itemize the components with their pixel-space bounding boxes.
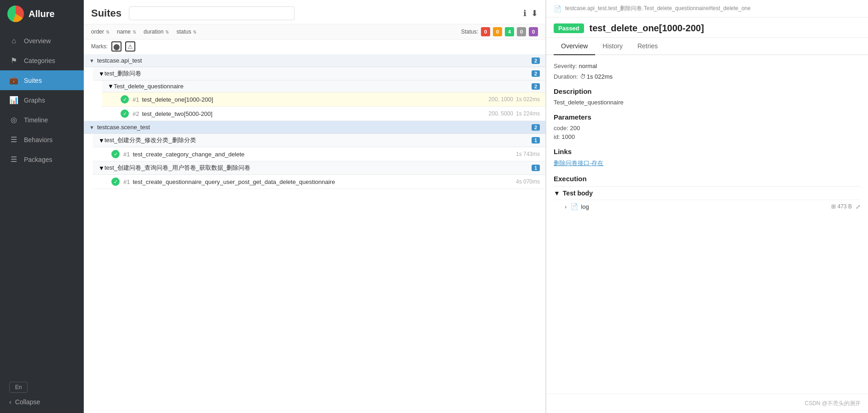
severity-value: normal [579, 63, 597, 69]
sidebar-item-timeline[interactable]: ◎ Timeline [0, 110, 84, 130]
suite-header-scene-test[interactable]: ▼ testcase.scene_test 2 [84, 121, 545, 134]
language-button[interactable]: En [9, 382, 28, 393]
toggle-icon: ▼ [108, 83, 114, 90]
suite-group-api-test: ▼ testcase.api_test 2 ▼ test_删除问卷 2 ▼ Te… [84, 54, 545, 121]
sidebar-footer: En ‹ Collapse [0, 374, 84, 413]
test-params: 200, 1000 [489, 96, 513, 103]
sub-suite-row-category[interactable]: ▼ test_创建分类_修改分类_删除分类 1 [93, 134, 545, 147]
duration-icon: ⏱ [580, 73, 586, 80]
test-duration: 1s 743ms [516, 151, 540, 157]
log-name: log [581, 203, 589, 210]
detail-title-row: Passed test_delete_one[1000-200] [546, 17, 868, 38]
home-icon: ⌂ [9, 37, 18, 45]
sidebar-item-categories[interactable]: ⚑ Categories [0, 51, 84, 70]
status-filter: Status: 0 0 4 0 0 [461, 27, 538, 36]
sidebar-item-suites[interactable]: 💼 Suites [0, 70, 84, 90]
link-item[interactable]: 删除问卷接口-存在 [554, 159, 861, 167]
sidebar-item-graphs[interactable]: 📊 Graphs [0, 90, 84, 110]
toggle-icon: ▼ [98, 70, 104, 77]
sort-name[interactable]: name ⇅ [117, 29, 136, 35]
detail-body: Severity: normal Duration: ⏱ 1s 022ms De… [546, 55, 868, 394]
tab-overview[interactable]: Overview [554, 38, 595, 55]
status-label: status [176, 29, 191, 35]
order-label: order [91, 29, 104, 35]
chevron-right-icon: › [565, 203, 567, 210]
severity-label: Severity: [554, 63, 577, 69]
broken-count[interactable]: 0 [493, 27, 502, 36]
status-sort-icon: ⇅ [193, 29, 197, 34]
pass-status-icon: ✓ [111, 150, 120, 158]
log-row[interactable]: › 📄 log ⊞ 473 B ⤢ [554, 200, 861, 213]
download-button[interactable]: ⬇ [531, 8, 538, 18]
parameters-title: Parameters [554, 113, 861, 121]
status-filter-label: Status: [461, 29, 478, 35]
test-number: #2 [133, 110, 139, 117]
mark-triangle-icon[interactable]: ⚠ [125, 41, 135, 52]
sidebar: Allure ⌂ Overview ⚑ Categories 💼 Suites … [0, 0, 84, 413]
breadcrumb-text: testcase.api_test.test_删除问卷.Test_delete_… [565, 5, 751, 12]
sidebar-item-label: Timeline [24, 116, 48, 124]
tab-retries[interactable]: Retries [630, 38, 665, 55]
sort-order[interactable]: order ⇅ [91, 29, 110, 35]
passed-count[interactable]: 4 [505, 27, 514, 36]
sidebar-item-packages[interactable]: ☰ Packages [0, 149, 84, 169]
sub-suite-row-delete[interactable]: ▼ test_删除问卷 2 [93, 67, 545, 80]
sidebar-nav: ⌂ Overview ⚑ Categories 💼 Suites 📊 Graph… [0, 28, 84, 374]
test-row[interactable]: ✓ #1 test_create_category_change_and_del… [93, 147, 545, 161]
sidebar-item-behaviors[interactable]: ☰ Behaviors [0, 130, 84, 149]
sidebar-item-label: Behaviors [24, 136, 52, 143]
sub-suite-row-test-delete[interactable]: ▼ Test_delete_questionnaire 2 [102, 80, 545, 92]
behaviors-icon: ☰ [9, 135, 18, 144]
chevron-down-icon: ▼ [554, 189, 560, 197]
test-body-toggle[interactable]: ▼ Test body [554, 189, 861, 197]
sidebar-item-overview[interactable]: ⌂ Overview [0, 31, 84, 51]
sort-duration[interactable]: duration ⇅ [144, 29, 169, 35]
search-input[interactable] [129, 6, 295, 20]
sort-status[interactable]: status ⇅ [176, 29, 197, 35]
failed-count[interactable]: 0 [481, 27, 490, 36]
test-duration: 1s 022ms [516, 96, 540, 103]
sub-suite-row-questionnaire[interactable]: ▼ test_创建问卷_查询问卷_用户答卷_获取数据_删除问卷 1 [93, 161, 545, 175]
info-button[interactable]: ℹ [523, 8, 527, 18]
sub-sub-suite: ▼ Test_delete_questionnaire 2 ✓ #1 test_… [93, 80, 545, 121]
sidebar-item-label: Graphs [24, 97, 45, 104]
toggle-icon: ▼ [89, 125, 94, 130]
duration-sort-icon: ⇅ [165, 29, 169, 34]
param-key: code: [554, 125, 568, 132]
sidebar-item-label: Packages [24, 156, 52, 163]
param-row: code: 200 [554, 125, 861, 132]
app-title: Allure [29, 9, 55, 19]
duration-label: duration [144, 29, 163, 35]
test-row[interactable]: ✓ #1 test_delete_one[1000-200] 200, 1000… [102, 92, 545, 107]
skipped-count[interactable]: 0 [517, 27, 526, 36]
timeline-icon: ◎ [9, 115, 18, 124]
breadcrumb-icon: 📄 [554, 5, 561, 12]
test-row[interactable]: ✓ #1 test_create_questionnaire_query_use… [93, 175, 545, 189]
suite-header-api-test[interactable]: ▼ testcase.api_test 2 [84, 54, 545, 67]
param-value: 1000 [561, 133, 575, 140]
mark-circle-icon[interactable]: ⬤ [111, 41, 122, 52]
marks-row: Marks: ⬤ ⚠ [84, 40, 545, 54]
pass-status-icon: ✓ [121, 95, 129, 103]
sidebar-item-label: Suites [24, 77, 42, 84]
duration-row: Duration: ⏱ 1s 022ms [554, 73, 861, 80]
unknown-count[interactable]: 0 [529, 27, 538, 36]
suite-count: 2 [532, 70, 540, 77]
collapse-button[interactable]: ‹ Collapse [9, 398, 75, 406]
detail-tabs: Overview History Retries [546, 38, 868, 55]
pass-status-icon: ✓ [111, 178, 120, 186]
detail-footer: CSDN @不秃头的测开 [546, 394, 868, 413]
tab-history[interactable]: History [595, 38, 630, 55]
expand-icon[interactable]: ⤢ [856, 203, 861, 210]
sidebar-logo: Allure [0, 0, 84, 28]
sub-suite-name: test_创建分类_修改分类_删除分类 [104, 136, 196, 144]
suites-icon: 💼 [9, 76, 18, 85]
test-row[interactable]: ✓ #2 test_delete_two[5000-200] 200, 5000… [102, 107, 545, 121]
sub-suite-name: Test_delete_questionnaire [114, 83, 184, 90]
test-number: #1 [123, 151, 130, 158]
toggle-icon: ▼ [89, 58, 94, 63]
pass-status-icon: ✓ [121, 109, 129, 118]
sub-suite-name: test_删除问卷 [104, 69, 141, 78]
test-number: #1 [133, 96, 139, 103]
suite-count: 2 [532, 124, 540, 131]
